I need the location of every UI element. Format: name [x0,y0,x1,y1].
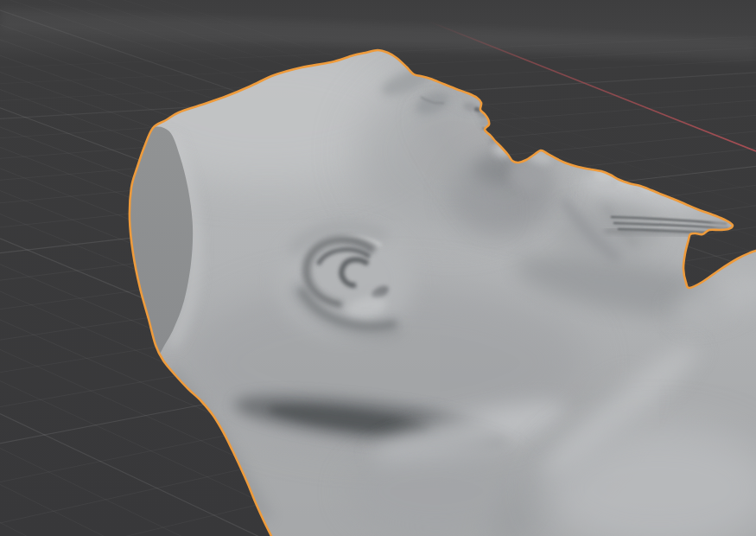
viewport-canvas[interactable] [0,0,756,536]
ear [276,226,415,336]
